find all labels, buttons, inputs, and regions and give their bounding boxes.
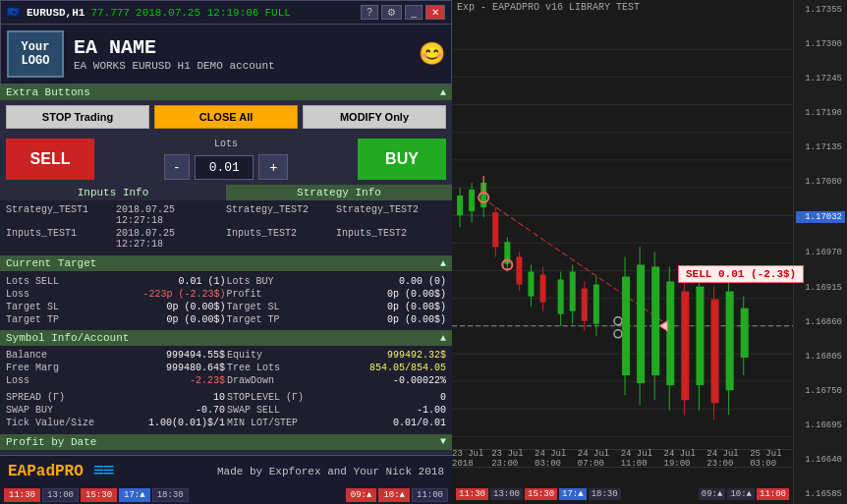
strategy-info-tab[interactable]: Strategy Info xyxy=(226,185,452,200)
svg-rect-41 xyxy=(570,271,576,310)
loss-row: Loss -223p (-2.23$) xyxy=(6,288,226,301)
price-13: 1.16695 xyxy=(796,420,845,430)
footer-tagline: Made by Expforex and Your Nick 2018 xyxy=(123,466,444,477)
price-7: 1.17032 xyxy=(796,211,845,223)
lots-minus-button[interactable]: - xyxy=(164,154,191,180)
balance-row: Balance 999494.55$ xyxy=(6,350,225,361)
target-sl-right-value: 0p (0.00$) xyxy=(387,302,446,312)
stop-trading-button[interactable]: STOP Trading xyxy=(6,105,149,129)
svg-rect-21 xyxy=(469,190,475,211)
info-cell-1-1: Strategy_TEST1 xyxy=(6,204,116,226)
time-chip-1130[interactable]: 11:30 xyxy=(4,488,40,502)
target-sl-left-label: Target SL xyxy=(6,302,59,312)
question-button[interactable]: ? xyxy=(361,5,378,20)
spread-value: 10 xyxy=(213,392,225,403)
chip-1300[interactable]: 13:00 xyxy=(490,488,523,500)
svg-rect-43 xyxy=(582,289,588,321)
chip-1100b[interactable]: 11:00 xyxy=(757,488,789,500)
lots-label: Lots xyxy=(214,139,238,149)
target-tp-left-value: 0p (0.00$) xyxy=(166,314,225,325)
datetime-label: 2018.07.25 12:19:06 xyxy=(136,7,258,19)
balance-label: Balance xyxy=(6,350,47,361)
info-table: Strategy_TEST1 2018.07.25 12:27:18 Strat… xyxy=(0,200,452,255)
profit-label: Profit xyxy=(227,289,262,300)
logo-box: Your LOGO xyxy=(7,30,64,78)
time-chip-17[interactable]: 17:▲ xyxy=(119,488,150,502)
equity-value: 999492.32$ xyxy=(387,350,446,361)
modify-button[interactable]: MODIFY Only xyxy=(303,105,446,129)
target-tp-right-label: Target TP xyxy=(227,314,280,325)
price-scale: 1.17355 1.17300 1.17245 1.17190 1.17135 … xyxy=(793,0,847,504)
free-marg-value: 999480.64$ xyxy=(166,363,225,373)
time-chip-10[interactable]: 10:▲ xyxy=(378,488,410,502)
info-row-2: Inputs_TEST1 2018.07.25 12:27:18 Inputs_… xyxy=(6,228,446,250)
footer-ea: EAPad xyxy=(8,463,55,480)
flag-icon: 🇪🇺 xyxy=(7,6,21,19)
ea-header: Your LOGO EA NAME EA WORKS EURUSD H1 DEM… xyxy=(0,25,452,84)
mode-label: FULL xyxy=(264,7,290,19)
header-bar: 🇪🇺 EURUSD,H1 77.777 2018.07.25 12:19:06 … xyxy=(0,0,452,25)
time-chip-1830[interactable]: 18:30 xyxy=(152,488,189,502)
free-marg-label: Free Marg xyxy=(6,363,59,373)
info-cell-2-3: Inputs_TEST2 xyxy=(226,228,336,250)
time-chip-1300[interactable]: 13:00 xyxy=(42,488,79,502)
chip-1130[interactable]: 11:30 xyxy=(456,488,488,500)
current-target-grid: Lots SELL 0.01 (1) Loss -223p (-2.23$) T… xyxy=(0,271,452,330)
symbol-grid: Balance 999494.55$ Free Marg 999480.64$ … xyxy=(6,350,446,388)
time-label-bar: 23 Jul 2018 23 Jul 23:00 24 Jul 03:00 24… xyxy=(452,449,793,467)
time-chip-1530[interactable]: 15:30 xyxy=(81,488,117,502)
chip-10b[interactable]: 10:▲ xyxy=(727,488,755,500)
sell-tooltip-text: SELL 0.01 (-2.3$) xyxy=(686,268,796,280)
equity-row: Equity 999492.32$ xyxy=(227,350,446,361)
svg-rect-63 xyxy=(726,292,734,391)
info-cell-2-1: Inputs_TEST1 xyxy=(6,228,116,250)
sell-button[interactable]: SELL xyxy=(6,139,94,180)
price-8: 1.16970 xyxy=(796,248,845,257)
current-target-header: Current Target ▲ xyxy=(0,255,452,271)
chart-title: Exp - EAPADPRO v16 LIBRARY TEST xyxy=(457,2,640,13)
chip-1830b[interactable]: 18:30 xyxy=(589,488,621,500)
lots-row: - 0.01 + xyxy=(164,154,289,180)
svg-rect-61 xyxy=(711,300,719,404)
target-tp-left-row: Target TP 0p (0.00$) xyxy=(6,313,226,326)
svg-rect-49 xyxy=(622,277,630,376)
chip-1530b[interactable]: 15:30 xyxy=(525,488,557,500)
minimize-button[interactable]: _ xyxy=(405,5,423,20)
chip-09b[interactable]: 09:▲ xyxy=(699,488,726,500)
chart-top-bar: Exp - EAPADPRO v16 LIBRARY TEST xyxy=(452,0,847,15)
lots-control: Lots - 0.01 + xyxy=(164,139,289,180)
target-sl-left-value: 0p (0.00$) xyxy=(166,302,225,312)
info-row-1: Strategy_TEST1 2018.07.25 12:27:18 Strat… xyxy=(6,204,446,226)
ea-desc: EA WORKS EURUSD H1 DEMO account xyxy=(74,60,409,72)
lots-sell-value: 0.01 (1) xyxy=(178,276,225,287)
drawdown-row: DrawDown -0.00022% xyxy=(227,375,446,386)
target-sl-left-row: Target SL 0p (0.00$) xyxy=(6,301,226,313)
price-1: 1.17355 xyxy=(796,5,845,15)
time-chip-1100[interactable]: 11:00 xyxy=(412,488,448,502)
loss-sym-label: Loss xyxy=(6,375,29,386)
svg-rect-37 xyxy=(540,274,546,302)
lots-plus-button[interactable]: + xyxy=(258,154,288,180)
extra-buttons-header: Extra Buttons ▲ xyxy=(0,84,452,100)
svg-rect-53 xyxy=(651,266,659,375)
close-all-button[interactable]: CLOSE All xyxy=(154,105,298,129)
time-chip-09[interactable]: 09:▲ xyxy=(346,488,377,502)
time-25jul03: 25 Jul 03:00 xyxy=(750,449,793,469)
swap-buy-value: -0.70 xyxy=(196,405,225,416)
extra-buttons-label: Extra Buttons xyxy=(6,86,90,98)
ea-name-area: EA NAME EA WORKS EURUSD H1 DEMO account xyxy=(74,36,409,72)
sym-right: Equity 999492.32$ Tree Lots 854.05/854.0… xyxy=(227,350,446,388)
settings-button[interactable]: ⚙ xyxy=(381,5,402,20)
svg-rect-35 xyxy=(528,271,534,296)
time-23jul23: 23 Jul 23:00 xyxy=(491,449,535,469)
time-24jul11: 24 Jul 11:00 xyxy=(621,449,664,469)
close-button[interactable]: ✕ xyxy=(425,5,445,20)
header-controls: ? ⚙ _ ✕ xyxy=(361,5,445,20)
lots-sell-label: Lots SELL xyxy=(6,276,59,287)
inputs-info-tab[interactable]: Inputs Info xyxy=(0,185,226,200)
chip-17b[interactable]: 17:▲ xyxy=(559,488,587,500)
footer-pro: PRO xyxy=(55,463,84,480)
extra-buttons-row: STOP Trading CLOSE All MODIFY Only xyxy=(0,100,452,134)
buy-button[interactable]: BUY xyxy=(358,139,446,180)
time-24jul23: 24 Jul 23:00 xyxy=(706,449,750,469)
